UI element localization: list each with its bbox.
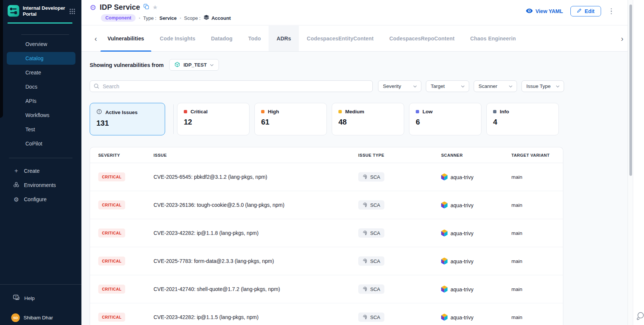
stat-value: 131	[96, 119, 158, 128]
stat-value: 48	[338, 118, 397, 126]
configure-action[interactable]: ⚙ Configure	[0, 192, 81, 206]
tab-chaos-engineering[interactable]: Chaos Engineerin	[462, 26, 524, 51]
tabs-scroll-right-icon[interactable]: ›	[618, 35, 626, 42]
sidebar-item-docs[interactable]: Docs	[7, 80, 75, 93]
stat-card-info[interactable]: Info 4	[486, 103, 559, 135]
copy-icon[interactable]	[143, 4, 149, 11]
target-variant-cell: main	[511, 202, 522, 208]
info-dot-icon	[493, 110, 496, 113]
stat-card-medium[interactable]: Medium 48	[332, 103, 404, 135]
sidebar-item-overview[interactable]: Overview	[7, 38, 75, 50]
vulnerabilities-panel: Showing vulnerabilities from IDP_TEST	[81, 52, 628, 325]
help-button[interactable]: ? Help	[13, 294, 35, 303]
user-menu[interactable]: SD Shibam Dhar	[11, 313, 53, 322]
pencil-icon	[577, 8, 582, 14]
main-area: ⚙ IDP Service ★ Component • Type : Servi…	[81, 0, 628, 325]
create-action[interactable]: + Create	[0, 164, 81, 178]
edit-button[interactable]: Edit	[570, 6, 601, 16]
table-row[interactable]: CRITICAL CVE-2025-7783: form-data@2.3.3 …	[90, 247, 563, 275]
stat-card-active-issues[interactable]: Active Issues 131	[90, 103, 165, 135]
tab-code-insights[interactable]: Code Insights	[152, 26, 203, 51]
filter-severity[interactable]: Severity	[378, 80, 421, 92]
issue-type-badge: SCA	[358, 172, 384, 182]
stat-value: 61	[261, 118, 320, 126]
sidebar: Internal Developer Portal Overview Catal…	[0, 0, 81, 325]
search-input[interactable]	[90, 80, 373, 92]
target-variant-cell: main	[511, 258, 522, 264]
tool-widget-icon[interactable]	[636, 311, 644, 322]
stat-label: Active Issues	[105, 110, 137, 115]
fingerprint-icon	[362, 174, 368, 180]
table-row[interactable]: CRITICAL CVE-2021-42740: shell-quote@1.7…	[90, 275, 563, 303]
table-row[interactable]: CRITICAL CVE-2025-6545: pbkdf2@3.1.2 (la…	[90, 163, 563, 191]
filter-scanner-label: Scanner	[479, 83, 497, 89]
stat-card-low[interactable]: Low 6	[409, 103, 482, 135]
filter-target-label: Target	[431, 83, 445, 89]
scanner-cell: aqua-trivy	[441, 230, 473, 237]
plus-icon: +	[13, 167, 19, 175]
filter-issue-type[interactable]: Issue Type	[521, 80, 564, 92]
aqua-trivy-icon	[441, 174, 448, 181]
sidebar-actions: + Create Environments ⚙ Configure	[0, 164, 81, 206]
stats-row: Active Issues 131 Critical 12 High	[90, 103, 559, 135]
stat-card-high[interactable]: High 61	[254, 103, 327, 135]
scrollbar-thumb[interactable]	[629, 4, 632, 176]
sidebar-item-catalog[interactable]: Catalog	[7, 52, 75, 65]
sidebar-item-workflows[interactable]: Workflows	[7, 109, 75, 122]
severity-badge: CRITICAL	[98, 285, 125, 294]
tab-adrs[interactable]: ADRs	[269, 26, 299, 51]
stat-card-critical[interactable]: Critical 12	[177, 103, 250, 135]
tab-todo[interactable]: Todo	[240, 26, 269, 51]
table-row[interactable]: CRITICAL CVE-2023-42282: ip@1.1.8 (lang-…	[90, 219, 563, 247]
help-label: Help	[24, 295, 35, 301]
fingerprint-icon	[362, 286, 368, 292]
app-root: Internal Developer Portal Overview Catal…	[0, 0, 644, 325]
sidebar-item-create[interactable]: Create	[7, 66, 75, 79]
filter-scanner[interactable]: Scanner	[474, 80, 517, 92]
view-yaml-label: View YAML	[535, 8, 563, 14]
brand-underline	[7, 22, 72, 24]
environments-action[interactable]: Environments	[0, 178, 81, 192]
scope-label: Scope :	[184, 15, 201, 21]
stats-divider	[173, 104, 174, 134]
view-yaml-button[interactable]: View YAML	[526, 8, 563, 14]
dot-separator: •	[180, 16, 181, 20]
tab-datadog[interactable]: Datadog	[203, 26, 240, 51]
table-row[interactable]: CRITICAL CVE-2023-42282: ip@1.1.5 (lang-…	[90, 303, 563, 325]
table-row[interactable]: CRITICAL CVE-2023-26136: tough-cookie@2.…	[90, 191, 563, 219]
tabs-scroll-left-icon[interactable]: ‹	[92, 35, 100, 42]
target-variant-cell: main	[511, 230, 522, 236]
table-body: CRITICAL CVE-2025-6545: pbkdf2@3.1.2 (la…	[90, 163, 563, 325]
kind-badge: Component	[101, 14, 136, 22]
scanner-cell: aqua-trivy	[441, 286, 473, 293]
apps-grid-icon[interactable]	[69, 8, 75, 16]
page-header: ⚙ IDP Service ★ Component • Type : Servi…	[81, 0, 628, 25]
scanner-cell: aqua-trivy	[441, 202, 473, 209]
issue-text: CVE-2025-6545: pbkdf2@3.1.2 (lang-pkgs, …	[154, 174, 267, 180]
package-cube-icon	[174, 62, 180, 68]
fingerprint-icon	[362, 202, 368, 208]
issue-text: CVE-2023-42282: ip@1.1.5 (lang-pkgs, npm…	[154, 314, 258, 320]
stat-label: Low	[422, 109, 433, 114]
more-options-icon[interactable]	[609, 7, 614, 16]
column-issue-type: ISSUE TYPE	[358, 153, 384, 157]
page-title: IDP Service	[100, 3, 140, 12]
browser-margin	[634, 0, 644, 325]
tab-codespaces-entity-content[interactable]: CodespacesEntityContent	[299, 26, 381, 51]
gear-icon: ⚙	[13, 196, 19, 203]
aqua-trivy-icon	[441, 230, 448, 237]
table-header: SEVERITY ISSUE ISSUE TYPE SCANNER TARGET…	[90, 147, 563, 163]
favorite-star-icon[interactable]: ★	[152, 4, 158, 11]
stat-value: 4	[493, 118, 552, 126]
sidebar-item-copilot[interactable]: CoPilot	[7, 137, 75, 150]
sidebar-item-test[interactable]: Test	[7, 123, 75, 136]
tab-codespaces-repo-content[interactable]: CodespacesRepoContent	[381, 26, 462, 51]
tab-vulnerabilities[interactable]: Vulnerabilities	[100, 26, 152, 51]
chevron-down-icon	[509, 85, 513, 88]
project-selector[interactable]: IDP_TEST	[169, 59, 219, 71]
sidebar-item-apis[interactable]: APIs	[7, 95, 75, 107]
issue-type-badge: SCA	[358, 200, 384, 210]
filter-target[interactable]: Target	[426, 80, 469, 92]
aqua-trivy-icon	[441, 202, 448, 209]
issue-type-badge: SCA	[358, 285, 384, 294]
